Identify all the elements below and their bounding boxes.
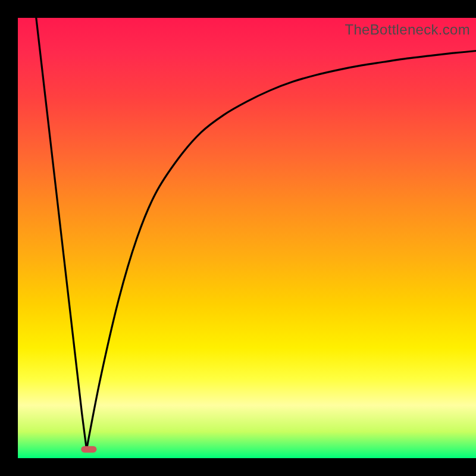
optimal-marker — [81, 446, 96, 453]
chart-series-bottleneck-right-branch — [87, 51, 477, 450]
chart-curve-layer — [18, 18, 476, 458]
chart-plot-area: TheBottleneck.com — [18, 18, 476, 458]
chart-frame: TheBottleneck.com — [0, 0, 476, 476]
chart-series-bottleneck-left-branch — [36, 18, 87, 449]
